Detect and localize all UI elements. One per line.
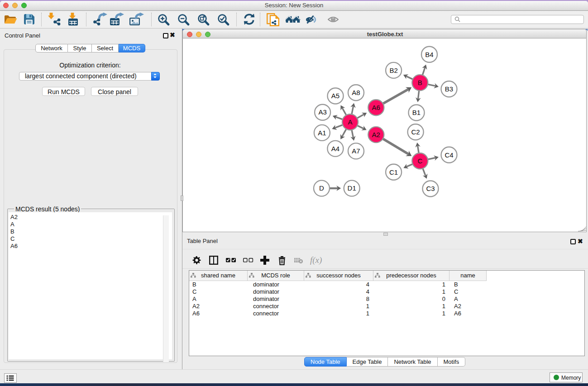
svg-text:A5: A5 bbox=[331, 92, 339, 100]
svg-text:C: C bbox=[417, 157, 422, 165]
svg-text:A3: A3 bbox=[318, 108, 326, 116]
svg-text:C4: C4 bbox=[445, 151, 453, 159]
svg-text:D1: D1 bbox=[348, 184, 356, 192]
svg-text:B: B bbox=[418, 79, 422, 86]
svg-text:A2: A2 bbox=[372, 131, 380, 138]
svg-text:C1: C1 bbox=[389, 168, 398, 176]
svg-text:A6: A6 bbox=[372, 104, 380, 111]
svg-text:B3: B3 bbox=[445, 85, 453, 93]
svg-text:f(x): f(x) bbox=[310, 255, 322, 265]
svg-text:A8: A8 bbox=[352, 89, 360, 96]
svg-text:A1: A1 bbox=[318, 129, 326, 137]
svg-text:B2: B2 bbox=[389, 67, 397, 74]
svg-text:A4: A4 bbox=[331, 145, 339, 152]
svg-text:A7: A7 bbox=[352, 147, 360, 155]
svg-text:C2: C2 bbox=[411, 128, 420, 136]
svg-text:A: A bbox=[348, 118, 352, 126]
svg-text:D: D bbox=[319, 184, 324, 192]
svg-text:C3: C3 bbox=[426, 185, 435, 192]
svg-text:B4: B4 bbox=[425, 51, 433, 58]
svg-text:B1: B1 bbox=[412, 109, 421, 116]
